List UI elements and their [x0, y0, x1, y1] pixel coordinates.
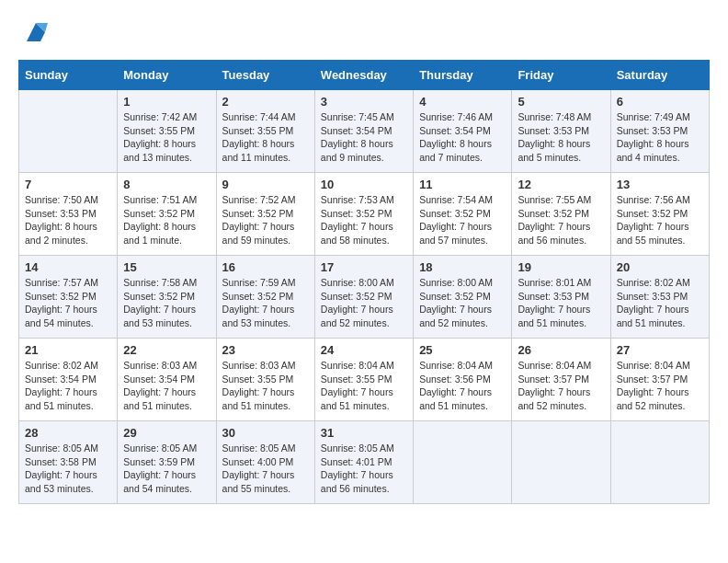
- day-number: 4: [419, 95, 506, 109]
- calendar-body: 1Sunrise: 7:42 AM Sunset: 3:55 PM Daylig…: [19, 90, 710, 504]
- day-number: 25: [419, 343, 506, 357]
- day-info: Sunrise: 7:56 AM Sunset: 3:52 PM Dayligh…: [617, 193, 703, 247]
- day-number: 24: [321, 343, 407, 357]
- day-info: Sunrise: 8:00 AM Sunset: 3:52 PM Dayligh…: [321, 276, 407, 330]
- calendar-cell: 2Sunrise: 7:44 AM Sunset: 3:55 PM Daylig…: [216, 90, 314, 173]
- day-number: 11: [419, 178, 506, 191]
- day-info: Sunrise: 8:01 AM Sunset: 3:53 PM Dayligh…: [518, 276, 604, 330]
- calendar-cell: 1Sunrise: 7:42 AM Sunset: 3:55 PM Daylig…: [118, 90, 216, 173]
- weekday-header-thursday: Thursday: [414, 61, 512, 90]
- day-number: 23: [222, 343, 309, 357]
- calendar-week-row: 7Sunrise: 7:50 AM Sunset: 3:53 PM Daylig…: [19, 173, 710, 256]
- calendar-cell: 25Sunrise: 8:04 AM Sunset: 3:56 PM Dayli…: [414, 339, 512, 421]
- calendar-cell: 15Sunrise: 7:58 AM Sunset: 3:52 PM Dayli…: [118, 256, 216, 339]
- calendar-cell: 22Sunrise: 8:03 AM Sunset: 3:54 PM Dayli…: [118, 339, 216, 421]
- day-number: 8: [123, 178, 210, 191]
- weekday-header-monday: Monday: [118, 61, 216, 90]
- day-info: Sunrise: 8:03 AM Sunset: 3:55 PM Dayligh…: [222, 359, 309, 413]
- weekday-header-saturday: Saturday: [610, 61, 709, 90]
- day-info: Sunrise: 8:05 AM Sunset: 3:59 PM Dayligh…: [123, 442, 210, 496]
- day-number: 22: [123, 343, 210, 357]
- day-number: 9: [222, 178, 309, 191]
- day-number: 29: [123, 426, 210, 440]
- day-info: Sunrise: 8:04 AM Sunset: 3:57 PM Dayligh…: [617, 359, 703, 413]
- calendar-cell: 29Sunrise: 8:05 AM Sunset: 3:59 PM Dayli…: [118, 421, 216, 504]
- day-number: 14: [25, 260, 111, 274]
- calendar-cell: 19Sunrise: 8:01 AM Sunset: 3:53 PM Dayli…: [512, 256, 610, 339]
- calendar-table: SundayMondayTuesdayWednesdayThursdayFrid…: [18, 60, 710, 504]
- day-number: 16: [222, 260, 309, 274]
- calendar-cell: 28Sunrise: 8:05 AM Sunset: 3:58 PM Dayli…: [19, 421, 118, 504]
- header: [18, 18, 710, 51]
- day-number: 13: [617, 178, 703, 191]
- day-info: Sunrise: 7:44 AM Sunset: 3:55 PM Dayligh…: [222, 110, 309, 165]
- day-info: Sunrise: 7:45 AM Sunset: 3:54 PM Dayligh…: [321, 110, 407, 165]
- calendar-cell: 31Sunrise: 8:05 AM Sunset: 4:01 PM Dayli…: [314, 421, 413, 504]
- day-number: 17: [321, 260, 407, 274]
- calendar-cell: [19, 90, 118, 173]
- day-number: 6: [617, 95, 703, 109]
- weekday-header-sunday: Sunday: [19, 61, 118, 90]
- day-number: 27: [617, 343, 703, 357]
- day-info: Sunrise: 8:04 AM Sunset: 3:55 PM Dayligh…: [321, 359, 407, 413]
- calendar-week-row: 14Sunrise: 7:57 AM Sunset: 3:52 PM Dayli…: [19, 256, 710, 339]
- calendar-cell: 5Sunrise: 7:48 AM Sunset: 3:53 PM Daylig…: [512, 90, 610, 173]
- day-info: Sunrise: 7:52 AM Sunset: 3:52 PM Dayligh…: [222, 193, 309, 247]
- day-number: 18: [419, 260, 506, 274]
- day-info: Sunrise: 8:02 AM Sunset: 3:54 PM Dayligh…: [25, 359, 111, 413]
- calendar-cell: 16Sunrise: 7:59 AM Sunset: 3:52 PM Dayli…: [216, 256, 314, 339]
- calendar-cell: 27Sunrise: 8:04 AM Sunset: 3:57 PM Dayli…: [610, 339, 709, 421]
- day-number: 7: [25, 178, 111, 191]
- calendar-cell: 10Sunrise: 7:53 AM Sunset: 3:52 PM Dayli…: [314, 173, 413, 256]
- day-info: Sunrise: 7:57 AM Sunset: 3:52 PM Dayligh…: [25, 276, 111, 330]
- calendar-cell: [414, 421, 512, 504]
- calendar-cell: 17Sunrise: 8:00 AM Sunset: 3:52 PM Dayli…: [314, 256, 413, 339]
- day-info: Sunrise: 7:49 AM Sunset: 3:53 PM Dayligh…: [617, 110, 703, 165]
- calendar-cell: [610, 421, 709, 504]
- day-info: Sunrise: 8:05 AM Sunset: 4:01 PM Dayligh…: [321, 442, 407, 496]
- calendar-cell: 30Sunrise: 8:05 AM Sunset: 4:00 PM Dayli…: [216, 421, 314, 504]
- day-info: Sunrise: 7:48 AM Sunset: 3:53 PM Dayligh…: [518, 110, 604, 165]
- weekday-header-tuesday: Tuesday: [216, 61, 314, 90]
- day-info: Sunrise: 8:03 AM Sunset: 3:54 PM Dayligh…: [123, 359, 210, 413]
- day-number: 26: [518, 343, 604, 357]
- day-number: 21: [25, 343, 111, 357]
- day-info: Sunrise: 8:00 AM Sunset: 3:52 PM Dayligh…: [419, 276, 506, 330]
- calendar-cell: 9Sunrise: 7:52 AM Sunset: 3:52 PM Daylig…: [216, 173, 314, 256]
- calendar-cell: 12Sunrise: 7:55 AM Sunset: 3:52 PM Dayli…: [512, 173, 610, 256]
- day-info: Sunrise: 8:02 AM Sunset: 3:53 PM Dayligh…: [617, 276, 703, 330]
- day-number: 31: [321, 426, 407, 440]
- day-info: Sunrise: 7:58 AM Sunset: 3:52 PM Dayligh…: [123, 276, 210, 330]
- day-info: Sunrise: 8:04 AM Sunset: 3:57 PM Dayligh…: [518, 359, 604, 413]
- weekday-header-friday: Friday: [512, 61, 610, 90]
- logo: [18, 18, 50, 51]
- day-info: Sunrise: 8:05 AM Sunset: 3:58 PM Dayligh…: [25, 442, 111, 496]
- day-number: 19: [518, 260, 604, 274]
- calendar-week-row: 21Sunrise: 8:02 AM Sunset: 3:54 PM Dayli…: [19, 339, 710, 421]
- day-number: 1: [123, 95, 210, 109]
- day-number: 30: [222, 426, 309, 440]
- calendar-cell: [512, 421, 610, 504]
- day-info: Sunrise: 7:59 AM Sunset: 3:52 PM Dayligh…: [222, 276, 309, 330]
- calendar-cell: 7Sunrise: 7:50 AM Sunset: 3:53 PM Daylig…: [19, 173, 118, 256]
- calendar-cell: 26Sunrise: 8:04 AM Sunset: 3:57 PM Dayli…: [512, 339, 610, 421]
- day-info: Sunrise: 7:42 AM Sunset: 3:55 PM Dayligh…: [123, 110, 210, 165]
- day-number: 15: [123, 260, 210, 274]
- calendar-cell: 8Sunrise: 7:51 AM Sunset: 3:52 PM Daylig…: [118, 173, 216, 256]
- day-info: Sunrise: 8:04 AM Sunset: 3:56 PM Dayligh…: [419, 359, 506, 413]
- calendar-cell: 11Sunrise: 7:54 AM Sunset: 3:52 PM Dayli…: [414, 173, 512, 256]
- day-info: Sunrise: 7:55 AM Sunset: 3:52 PM Dayligh…: [518, 193, 604, 247]
- day-number: 10: [321, 178, 407, 191]
- day-number: 5: [518, 95, 604, 109]
- calendar-cell: 23Sunrise: 8:03 AM Sunset: 3:55 PM Dayli…: [216, 339, 314, 421]
- calendar-cell: 21Sunrise: 8:02 AM Sunset: 3:54 PM Dayli…: [19, 339, 118, 421]
- logo-icon: [22, 18, 50, 46]
- calendar-cell: 18Sunrise: 8:00 AM Sunset: 3:52 PM Dayli…: [414, 256, 512, 339]
- day-number: 28: [25, 426, 111, 440]
- day-info: Sunrise: 8:05 AM Sunset: 4:00 PM Dayligh…: [222, 442, 309, 496]
- calendar-cell: 13Sunrise: 7:56 AM Sunset: 3:52 PM Dayli…: [610, 173, 709, 256]
- day-number: 3: [321, 95, 407, 109]
- weekday-header-row: SundayMondayTuesdayWednesdayThursdayFrid…: [19, 61, 710, 90]
- day-info: Sunrise: 7:51 AM Sunset: 3:52 PM Dayligh…: [123, 193, 210, 247]
- day-info: Sunrise: 7:46 AM Sunset: 3:54 PM Dayligh…: [419, 110, 506, 165]
